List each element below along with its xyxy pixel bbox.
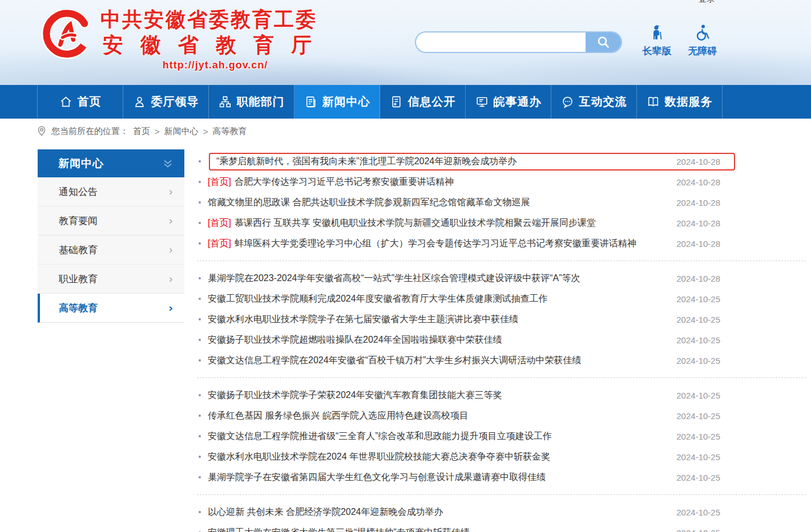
news-row[interactable]: 安徽水利水电职业技术学院在2024 年世界职业院校技能大赛总决赛争夺赛中斩获金奖… bbox=[197, 446, 735, 467]
news-title[interactable]: 安徽文达信息工程学院在2024年安徽省“百校千镇万村”大学生乡村振兴大调研活动中… bbox=[208, 355, 581, 367]
nav-tab-interaction[interactable]: 互动交流 bbox=[551, 85, 637, 119]
site-titles: 中共安徽省委教育工委 安徽省教育厅 http://jyt.ah.gov.cn/ bbox=[100, 7, 330, 71]
sidebar-item-notices[interactable]: 通知公告 › bbox=[38, 177, 184, 206]
news-title[interactable]: 安徽水利水电职业技术学院学子在第七届安徽省大学生主题演讲比赛中获佳绩 bbox=[208, 314, 518, 326]
accessibility-label: 无障碍 bbox=[684, 44, 721, 58]
page: 登录 中共安徽省委教育工委 安徽省教育厅 http://jyt.ah.gov.c… bbox=[0, 0, 811, 532]
news-date: 2024-10-28 bbox=[676, 274, 735, 283]
news-row[interactable]: 以心迎新 共创未来 合肥经济学院2024年迎新晚会成功举办 2024-10-25 bbox=[197, 502, 735, 522]
search-input[interactable] bbox=[416, 33, 586, 52]
person-icon bbox=[133, 95, 146, 108]
breadcrumb-label: 您当前所在的位置： bbox=[51, 126, 128, 137]
news-row[interactable]: 安徽水利水电职业技术学院学子在第七届安徽省大学生主题演讲比赛中获佳绩 2024-… bbox=[197, 309, 735, 330]
nav-tab-leaders[interactable]: 委厅领导 bbox=[123, 85, 209, 119]
news-row[interactable]: [首页] 蚌埠医科大学党委理论学习中心组（扩大）学习会专题传达学习习近平总书记考… bbox=[197, 233, 735, 254]
news-title[interactable]: 巢湖学院学子在安徽省第四届大学生红色文化学习与创意设计成果邀请赛中取得佳绩 bbox=[208, 472, 546, 484]
site-url: http://jyt.ah.gov.cn/ bbox=[100, 59, 330, 71]
bullet-icon bbox=[199, 222, 201, 224]
nav-tab-home[interactable]: 首页 bbox=[38, 85, 123, 119]
sidebar-item-vocational-education[interactable]: 职业教育 › bbox=[38, 265, 184, 294]
news-row[interactable]: 安徽文达信息工程学院推进省级“三全育人”综合改革和思政能力提升项目立项建设工作 … bbox=[197, 426, 735, 446]
news-date: 2024-10-28 bbox=[676, 239, 735, 249]
nav-label: 数据服务 bbox=[665, 94, 713, 109]
search-icon bbox=[596, 35, 611, 50]
news-row[interactable]: 巢湖学院学子在安徽省第四届大学生红色文化学习与创意设计成果邀请赛中取得佳绩 20… bbox=[197, 467, 735, 488]
news-row-highlighted[interactable]: “乘梦启航新时代，强国有我向未来”淮北理工学院2024年迎新晚会成功举办 202… bbox=[197, 151, 735, 172]
sitemap-icon bbox=[219, 95, 232, 108]
elder-version-label: 长辈版 bbox=[638, 44, 676, 58]
news-title[interactable]: 蚌埠医科大学党委理论学习中心组（扩大）学习会专题传达学习习近平总书记考察安徽重要… bbox=[235, 238, 636, 250]
nav-label: 委厅领导 bbox=[151, 94, 199, 109]
nav-tab-departments[interactable]: 职能部门 bbox=[209, 85, 294, 119]
bullet-icon bbox=[199, 339, 201, 341]
nav-label: 皖事通办 bbox=[494, 94, 542, 109]
bullet-icon bbox=[199, 181, 201, 183]
news-title[interactable]: 慕课西行 互联共享 安徽机电职业技术学院与新疆交通职业技术学院相聚云端开展同步课… bbox=[235, 217, 596, 229]
news-title[interactable]: 安徽扬子职业技术学院超燃啦啦操队在2024年全国啦啦操联赛中荣获佳绩 bbox=[208, 334, 502, 346]
nav-spacer bbox=[0, 85, 38, 119]
news-icon bbox=[304, 95, 317, 108]
news-row[interactable]: 安徽扬子职业技术学院学子荣获2024年安徽汽车教育集团技能大赛三等奖 2024-… bbox=[197, 385, 735, 405]
elder-version-button[interactable]: 长辈版 bbox=[638, 24, 676, 58]
bullet-icon bbox=[199, 277, 201, 279]
nav-label: 信息公开 bbox=[408, 94, 456, 109]
home-icon bbox=[59, 95, 72, 108]
news-row[interactable]: 巢湖学院在2023-2024学年安徽省高校“一站式”学生社区综合管理模式建设评级… bbox=[197, 268, 735, 289]
news-title[interactable]: 合肥大学传达学习习近平总书记考察安徽重要讲话精神 bbox=[235, 176, 454, 188]
news-date: 2024-10-28 bbox=[676, 218, 735, 228]
news-row[interactable]: 安徽工贸职业技术学院顺利完成2024年度安徽省教育厅大学生体质健康测试抽查工作 … bbox=[197, 289, 735, 309]
news-row[interactable]: 传承红色基因 服务绿色振兴 皖西学院入选应用特色建设高校项目 2024-10-2… bbox=[197, 405, 735, 426]
sidebar-item-basic-education[interactable]: 基础教育 › bbox=[38, 235, 184, 265]
chevron-right-icon: › bbox=[168, 214, 173, 227]
dashed-divider bbox=[197, 371, 806, 385]
nav-tab-info-disclosure[interactable]: 信息公开 bbox=[380, 85, 466, 119]
news-date: 2024-10-28 bbox=[676, 198, 735, 208]
news-row[interactable]: 安徽文达信息工程学院在2024年安徽省“百校千镇万村”大学生乡村振兴大调研活动中… bbox=[197, 350, 735, 371]
news-row[interactable]: [首页] 慕课西行 互联共享 安徽机电职业技术学院与新疆交通职业技术学院相聚云端… bbox=[197, 213, 735, 233]
bullet-icon bbox=[199, 394, 201, 396]
chevron-right-icon: › bbox=[168, 185, 173, 198]
news-row[interactable]: [首页] 合肥大学传达学习习近平总书记考察安徽重要讲话精神 2024-10-28 bbox=[197, 172, 735, 192]
news-title[interactable]: 安徽水利水电职业技术学院在2024 年世界职业院校技能大赛总决赛争夺赛中斩获金奖 bbox=[208, 451, 550, 463]
news-title[interactable]: 传承红色基因 服务绿色振兴 皖西学院入选应用特色建设高校项目 bbox=[208, 410, 469, 422]
news-row[interactable]: 安徽理工大学在安徽省大学生第三批“揭榜挂帅”专项赛中斩获佳绩 2024-10-2… bbox=[197, 522, 735, 532]
news-title[interactable]: 巢湖学院在2023-2024学年安徽省高校“一站式”学生社区综合管理模式建设评级… bbox=[208, 273, 580, 285]
bullet-icon bbox=[199, 359, 201, 362]
news-title[interactable]: 安徽理工大学在安徽省大学生第三批“揭榜挂帅”专项赛中斩获佳绩 bbox=[208, 527, 470, 532]
sidebar-item-label: 通知公告 bbox=[59, 185, 98, 198]
sidebar-item-higher-education[interactable]: 高等教育 › bbox=[38, 294, 184, 323]
search-button[interactable] bbox=[586, 33, 621, 52]
breadcrumb-news-center[interactable]: 新闻中心 bbox=[164, 126, 199, 137]
chevron-right-icon: › bbox=[168, 302, 173, 314]
news-title[interactable]: 以心迎新 共创未来 合肥经济学院2024年迎新晚会成功举办 bbox=[208, 506, 443, 518]
chevron-right-icon: › bbox=[168, 243, 173, 256]
news-title[interactable]: 安徽工贸职业技术学院顺利完成2024年度安徽省教育厅大学生体质健康测试抽查工作 bbox=[208, 293, 548, 305]
news-title[interactable]: “乘梦启航新时代，强国有我向未来”淮北理工学院2024年迎新晚会成功举办 bbox=[216, 156, 517, 168]
sidebar-item-label: 基础教育 bbox=[59, 243, 98, 257]
breadcrumb-separator: > bbox=[155, 127, 160, 136]
news-prefix: [首页] bbox=[208, 217, 231, 229]
nav-label: 互动交流 bbox=[579, 94, 627, 109]
sidebar-item-education-news[interactable]: 教育要闻 › bbox=[38, 206, 184, 235]
nav-tab-news-center[interactable]: 新闻中心 bbox=[294, 85, 380, 119]
breadcrumb: 您当前所在的位置： 首页 > 新闻中心 > 高等教育 bbox=[37, 125, 247, 137]
news-list: “乘梦启航新时代，强国有我向未来”淮北理工学院2024年迎新晚会成功举办 202… bbox=[197, 151, 811, 532]
accessibility-button[interactable]: 无障碍 bbox=[684, 24, 721, 58]
bullet-icon bbox=[199, 456, 201, 458]
news-title[interactable]: 馆藏文物里的思政课 合肥共达职业技术学院参观新四军纪念馆馆藏革命文物巡展 bbox=[208, 197, 530, 209]
news-row[interactable]: 安徽扬子职业技术学院超燃啦啦操队在2024年全国啦啦操联赛中荣获佳绩 2024-… bbox=[197, 330, 735, 350]
search-bar bbox=[415, 31, 622, 53]
news-date: 2024-10-25 bbox=[676, 473, 735, 482]
nav-tab-services[interactable]: 皖事通办 bbox=[466, 85, 551, 119]
bullet-icon bbox=[199, 415, 201, 417]
login-link[interactable]: 登录 bbox=[698, 0, 715, 5]
dashed-divider bbox=[197, 488, 806, 502]
breadcrumb-home[interactable]: 首页 bbox=[133, 126, 150, 137]
news-row[interactable]: 馆藏文物里的思政课 合肥共达职业技术学院参观新四军纪念馆馆藏革命文物巡展 202… bbox=[197, 192, 735, 213]
nav-tab-data-services[interactable]: 数据服务 bbox=[637, 85, 723, 119]
highlight-box: “乘梦启航新时代，强国有我向未来”淮北理工学院2024年迎新晚会成功举办 202… bbox=[209, 153, 735, 170]
news-title[interactable]: 安徽文达信息工程学院推进省级“三全育人”综合改革和思政能力提升项目立项建设工作 bbox=[208, 431, 552, 442]
bullet-icon bbox=[199, 476, 201, 478]
news-title[interactable]: 安徽扬子职业技术学院学子荣获2024年安徽汽车教育集团技能大赛三等奖 bbox=[208, 389, 502, 401]
sidebar-header-news-center[interactable]: 新闻中心 bbox=[38, 149, 184, 177]
